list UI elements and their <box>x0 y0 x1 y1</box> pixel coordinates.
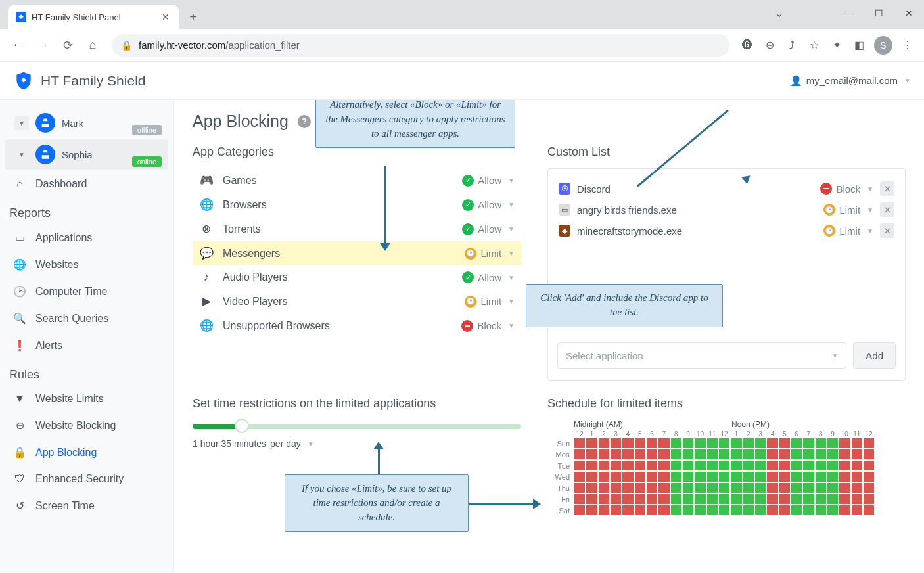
schedule-cell[interactable] <box>610 505 622 516</box>
schedule-cell[interactable] <box>658 482 670 493</box>
category-row[interactable]: 💬Messengers🕑Limit▼ <box>193 241 521 265</box>
schedule-cell[interactable] <box>706 493 718 505</box>
schedule-cell[interactable] <box>839 460 850 471</box>
schedule-cell[interactable] <box>754 471 766 482</box>
schedule-cell[interactable] <box>658 449 670 460</box>
schedule-cell[interactable] <box>743 449 754 460</box>
schedule-cell[interactable] <box>815 471 827 482</box>
schedule-cell[interactable] <box>634 482 646 493</box>
schedule-cell[interactable] <box>743 438 754 449</box>
sidebar-item-app-blocking[interactable]: 🔒App Blocking <box>0 439 173 466</box>
schedule-cell[interactable] <box>791 460 802 471</box>
schedule-cell[interactable] <box>694 438 706 449</box>
schedule-cell[interactable] <box>791 449 802 460</box>
schedule-cell[interactable] <box>754 449 766 460</box>
schedule-cell[interactable] <box>743 482 754 493</box>
schedule-cell[interactable] <box>634 505 646 516</box>
schedule-cell[interactable] <box>574 471 586 482</box>
state-dropdown[interactable]: ✓Allow▼ <box>462 175 515 187</box>
schedule-cell[interactable] <box>694 482 706 493</box>
schedule-cell[interactable] <box>815 505 827 516</box>
schedule-cell[interactable] <box>706 482 718 493</box>
sidebar-item-website-limits[interactable]: ▼Website Limits <box>0 386 173 412</box>
sidebar-item-screen-time[interactable]: ↺Screen Time <box>0 492 173 519</box>
schedule-cell[interactable] <box>791 505 802 516</box>
schedule-cell[interactable] <box>766 482 778 493</box>
schedule-cell[interactable] <box>694 460 706 471</box>
schedule-cell[interactable] <box>730 505 742 516</box>
schedule-cell[interactable] <box>670 449 682 460</box>
sidebar-item-alerts[interactable]: ❗Alerts <box>0 332 173 359</box>
schedule-cell[interactable] <box>586 505 597 516</box>
schedule-cell[interactable] <box>827 493 839 505</box>
time-slider[interactable] <box>193 424 521 429</box>
sidebar-user-mark[interactable]: ▼ Mark offline <box>5 108 168 138</box>
address-bar[interactable]: 🔒 family.ht-vector.com/application_filte… <box>112 34 729 57</box>
maximize-button[interactable]: ☐ <box>864 0 894 26</box>
add-button[interactable]: Add <box>853 342 896 369</box>
schedule-cell[interactable] <box>779 449 791 460</box>
sidebar-item-enhanced-security[interactable]: 🛡Enhanced Security <box>0 466 173 492</box>
schedule-cell[interactable] <box>574 493 586 505</box>
schedule-cell[interactable] <box>754 482 766 493</box>
schedule-cell[interactable] <box>718 482 730 493</box>
category-row[interactable]: ♪Audio Players✓Allow▼ <box>193 265 521 289</box>
schedule-cell[interactable] <box>851 460 863 471</box>
schedule-cell[interactable] <box>779 482 791 493</box>
schedule-cell[interactable] <box>622 438 634 449</box>
schedule-cell[interactable] <box>743 471 754 482</box>
schedule-cell[interactable] <box>682 449 694 460</box>
schedule-cell[interactable] <box>839 449 850 460</box>
category-row[interactable]: 🌐Browsers✓Allow▼ <box>193 193 521 217</box>
schedule-cell[interactable] <box>622 460 634 471</box>
state-dropdown[interactable]: Block▼ <box>461 320 515 332</box>
schedule-cell[interactable] <box>754 493 766 505</box>
schedule-cell[interactable] <box>802 449 814 460</box>
schedule-cell[interactable] <box>791 471 802 482</box>
schedule-cell[interactable] <box>586 493 597 505</box>
state-dropdown[interactable]: 🕑Limit▼ <box>823 204 873 216</box>
profile-avatar[interactable]: S <box>874 36 892 55</box>
schedule-cell[interactable] <box>694 493 706 505</box>
schedule-cell[interactable] <box>706 438 718 449</box>
schedule-cell[interactable] <box>791 438 802 449</box>
schedule-cell[interactable] <box>634 449 646 460</box>
state-dropdown[interactable]: ✓Allow▼ <box>462 223 515 235</box>
schedule-cell[interactable] <box>718 438 730 449</box>
schedule-cell[interactable] <box>827 460 839 471</box>
schedule-cell[interactable] <box>586 460 597 471</box>
schedule-cell[interactable] <box>802 460 814 471</box>
schedule-cell[interactable] <box>610 482 622 493</box>
schedule-cell[interactable] <box>779 438 791 449</box>
schedule-cell[interactable] <box>682 505 694 516</box>
schedule-cell[interactable] <box>658 438 670 449</box>
schedule-cell[interactable] <box>682 471 694 482</box>
slider-unit[interactable]: per day <box>270 438 301 449</box>
sidepanel-icon[interactable]: ◧ <box>849 35 869 55</box>
tab-close-icon[interactable]: ✕ <box>160 12 171 22</box>
schedule-cell[interactable] <box>622 482 634 493</box>
schedule-cell[interactable] <box>839 438 850 449</box>
schedule-cell[interactable] <box>682 493 694 505</box>
schedule-cell[interactable] <box>670 460 682 471</box>
schedule-cell[interactable] <box>839 471 850 482</box>
schedule-cell[interactable] <box>574 438 586 449</box>
schedule-cell[interactable] <box>827 471 839 482</box>
schedule-cell[interactable] <box>610 471 622 482</box>
bookmark-icon[interactable]: ☆ <box>804 35 824 55</box>
schedule-cell[interactable] <box>730 482 742 493</box>
schedule-cell[interactable] <box>863 471 875 482</box>
schedule-cell[interactable] <box>598 460 610 471</box>
sidebar-item-website-blocking[interactable]: ⊖Website Blocking <box>0 412 173 439</box>
schedule-cell[interactable] <box>815 493 827 505</box>
sidebar-item-websites[interactable]: 🌐Websites <box>0 251 173 278</box>
schedule-cell[interactable] <box>851 449 863 460</box>
select-application-dropdown[interactable]: Select application ▼ <box>557 342 846 369</box>
schedule-cell[interactable] <box>815 449 827 460</box>
schedule-cell[interactable] <box>839 482 850 493</box>
state-dropdown[interactable]: Block▼ <box>820 183 873 195</box>
schedule-cell[interactable] <box>851 493 863 505</box>
schedule-cell[interactable] <box>646 493 658 505</box>
schedule-grid[interactable]: Midnight (AM) Noon (PM) 1212345678910111… <box>547 420 906 516</box>
schedule-cell[interactable] <box>863 493 875 505</box>
